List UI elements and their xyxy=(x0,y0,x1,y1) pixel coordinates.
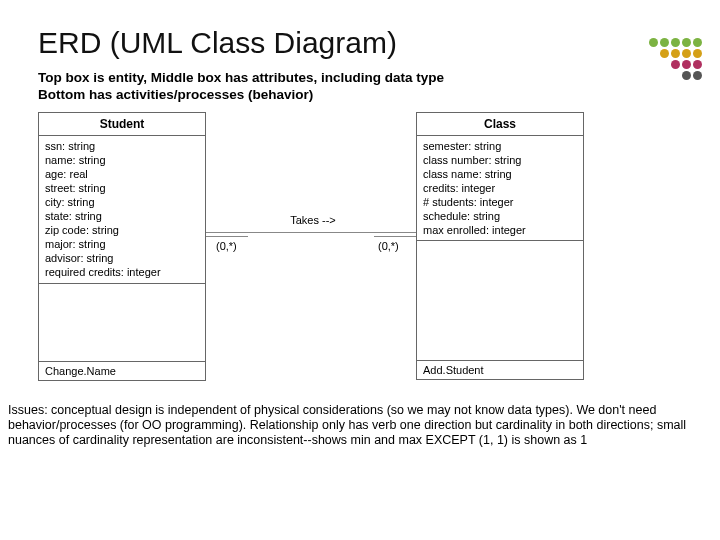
attr-row: ssn: string xyxy=(45,139,199,153)
attr-row: major: string xyxy=(45,237,199,251)
entity-student-name: Student xyxy=(39,113,205,136)
relationship-line xyxy=(206,232,416,233)
subtitle-block: Top box is entity, Middle box has attrib… xyxy=(38,70,698,104)
attr-row: semester: string xyxy=(423,139,577,153)
entity-student-attrs: ssn: string name: string age: real stree… xyxy=(39,136,205,284)
subtitle-line-1: Top box is entity, Middle box has attrib… xyxy=(38,70,698,87)
attr-row: class name: string xyxy=(423,167,577,181)
attr-row: street: string xyxy=(45,181,199,195)
cardinality-left: (0,*) xyxy=(216,240,237,252)
method-row: Add.Student xyxy=(423,364,577,376)
entity-student-methods: Change.Name xyxy=(39,362,205,380)
decor-dots xyxy=(649,38,702,80)
entity-student: Student ssn: string name: string age: re… xyxy=(38,112,206,381)
relationship-line-shadow-right xyxy=(374,236,416,237)
subtitle-line-2: Bottom has activities/processes (behavio… xyxy=(38,87,698,104)
attr-row: required credits: integer xyxy=(45,265,199,279)
relationship-line-shadow-left xyxy=(206,236,248,237)
attr-row: schedule: string xyxy=(423,209,577,223)
entity-class-spacer xyxy=(417,241,583,361)
issues-text: Issues: conceptual design is independent… xyxy=(8,403,688,449)
attr-row: class number: string xyxy=(423,153,577,167)
attr-row: # students: integer xyxy=(423,195,577,209)
page-title: ERD (UML Class Diagram) xyxy=(38,26,698,60)
attr-row: name: string xyxy=(45,153,199,167)
attr-row: state: string xyxy=(45,209,199,223)
entity-class: Class semester: string class number: str… xyxy=(416,112,584,381)
entity-student-spacer xyxy=(39,284,205,362)
relationship-label: Takes --> xyxy=(273,214,353,226)
attr-row: age: real xyxy=(45,167,199,181)
attr-row: max enrolled: integer xyxy=(423,223,577,237)
uml-diagram: Student ssn: string name: string age: re… xyxy=(38,112,638,397)
attr-row: zip code: string xyxy=(45,223,199,237)
attr-row: city: string xyxy=(45,195,199,209)
entity-class-methods: Add.Student xyxy=(417,361,583,379)
entity-class-attrs: semester: string class number: string cl… xyxy=(417,136,583,242)
attr-row: credits: integer xyxy=(423,181,577,195)
cardinality-right: (0,*) xyxy=(378,240,399,252)
attr-row: advisor: string xyxy=(45,251,199,265)
method-row: Change.Name xyxy=(45,365,199,377)
entity-class-name: Class xyxy=(417,113,583,136)
